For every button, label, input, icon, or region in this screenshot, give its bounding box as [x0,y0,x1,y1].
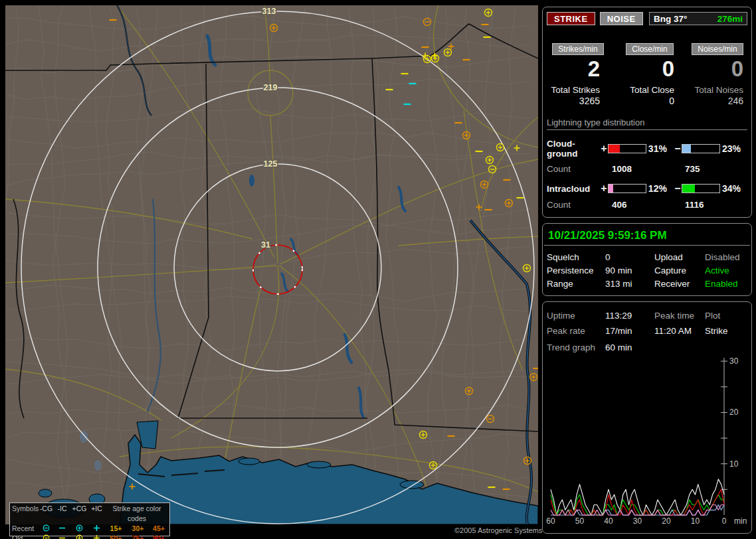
strike-stats-panel: STRIKE NOISE Bng 37° 276mi Strikes/min 2… [542,7,752,218]
cg-plus-count: 1008 [612,164,685,174]
pos-cg-recent-icon [70,524,88,534]
lightning-map[interactable]: 313 219 125 31 [5,5,538,524]
upload-status: Disabled [705,251,751,264]
legend-age-30: 30+ [127,524,149,534]
legend-col-pos-ic: +IC [88,504,105,524]
ic-plus-pct: 12% [646,183,674,194]
legend-col-neg-cg: -CG [39,504,54,524]
svg-text:30: 30 [729,356,739,366]
neg-cg-recent-icon [39,524,54,534]
svg-text:40: 40 [604,516,613,526]
legend-age-15: 15+ [105,524,127,534]
ring-label-125: 125 [264,159,278,169]
ic-count-label: Count [547,200,612,210]
total-noises-label: Total Noises [694,85,743,95]
ring-label-313: 313 [262,7,276,16]
map-canvas: 313 219 125 31 [5,5,538,524]
ic-plus-count: 406 [612,200,685,210]
cg-plus-pct: 31% [646,143,674,154]
svg-text:10: 10 [691,516,700,526]
strikes-column: Strikes/min 2 Total Strikes 3265 [543,43,613,107]
cloud-ground-label: Cloud-ground [547,139,600,159]
pos-cg-old-icon [70,534,88,539]
uptime-label: Uptime [547,308,605,323]
cg-minus-count: 735 [685,164,700,174]
neg-cg-old-icon [39,534,54,539]
ic-minus-pct: 34% [720,183,747,194]
legend-symbols-title: Symbols [12,504,39,524]
noises-column: Noises/min 0 Total Noises 246 [686,43,749,107]
svg-text:min: min [734,516,747,526]
squelch-value: 0 [605,251,654,264]
bearing-display: Bng 37° 276mi [649,12,747,25]
close-per-min-chip: Close/min [626,43,673,55]
squelch-label: Squelch [547,251,605,264]
svg-text:10: 10 [729,459,739,469]
bearing-range-value: 276mi [717,14,743,24]
legend-col-pos-cg: +CG [70,504,88,524]
ic-plus-sign: + [600,183,608,194]
svg-text:20: 20 [662,516,671,526]
total-close-value: 0 [669,96,674,106]
noises-per-min-chip: Noises/min [692,43,743,55]
peak-time-value: 11:20 AM [654,323,705,339]
ic-minus-bar [682,184,720,193]
map-legend: Symbols -CG -IC +CG +IC Strike age color… [9,502,170,536]
close-column: Close/min 0 Total Close 0 [613,43,686,107]
total-noises-value: 246 [728,96,743,106]
uptime-value: 113:29 [605,308,654,323]
legend-row-old-label: Old [12,534,39,539]
capture-status: Active [705,264,751,277]
datetime-display: 10/21/2025 9:59:16 PM [544,224,750,246]
svg-text:50: 50 [575,516,585,526]
plot-value: Strike [705,323,751,339]
status-panel: 10/21/2025 9:59:16 PM Squelch 0 Upload D… [542,223,752,296]
cg-minus-pct: 23% [720,143,747,154]
ic-minus-sign: − [674,183,682,194]
legend-age-title: Strike age color codes [105,504,169,524]
ic-plus-bar [608,184,646,193]
persistence-label: Persistence [547,264,605,277]
persistence-value: 90 min [605,264,654,277]
lightning-distribution: Lightning type distribution Cloud-ground… [543,117,751,210]
peak-rate-value: 17/min [605,323,654,339]
range-value: 313 mi [605,277,654,291]
receiver-label: Receiver [654,277,705,291]
trend-panel: Uptime 113:29 Peak time Plot Peak rate 1… [542,301,752,534]
upload-label: Upload [654,251,705,264]
legend-col-neg-ic: -IC [54,504,70,524]
legend-row-recent-label: Recent [12,524,39,534]
svg-text:30: 30 [633,516,642,526]
cg-plus-bar [608,144,646,153]
cg-minus-bar [682,144,720,153]
neg-ic-old-icon [54,534,70,539]
noise-button[interactable]: NOISE [600,12,643,25]
receiver-status: Enabled [705,277,751,291]
svg-text:20: 20 [729,408,739,417]
ring-label-31: 31 [261,240,270,250]
strike-button[interactable]: STRIKE [547,12,595,25]
cg-count-label: Count [547,164,612,174]
cg-plus-sign: + [600,143,608,155]
legend-age-60: 60+ [105,534,127,539]
stormvue-window: 313 219 125 31 Symbols -CG -IC +CG +IC S… [0,0,756,539]
capture-label: Capture [654,264,705,277]
strikes-per-min-chip: Strikes/min [552,43,603,55]
ic-minus-count: 1116 [685,200,704,210]
pos-ic-old-icon [88,534,105,539]
legend-age-45: 45+ [149,524,169,534]
total-strikes-value: 3265 [579,96,600,106]
close-per-min-value: 0 [613,58,686,80]
peak-rate-label: Peak rate [547,323,605,339]
total-close-label: Total Close [630,85,674,95]
ring-label-219: 219 [264,83,278,92]
trend-graph: 1020306050403020100min [543,350,752,534]
total-strikes-label: Total Strikes [551,85,600,95]
copyright-text: ©2005 Astrogenic Systems [454,526,542,534]
neg-ic-recent-icon [54,524,70,534]
noises-per-min-value: 0 [686,58,749,80]
range-label: Range [547,277,605,291]
legend-age-75: 75+ [127,534,149,539]
peak-time-label: Peak time [654,308,705,323]
pos-ic-recent-icon [88,524,105,534]
